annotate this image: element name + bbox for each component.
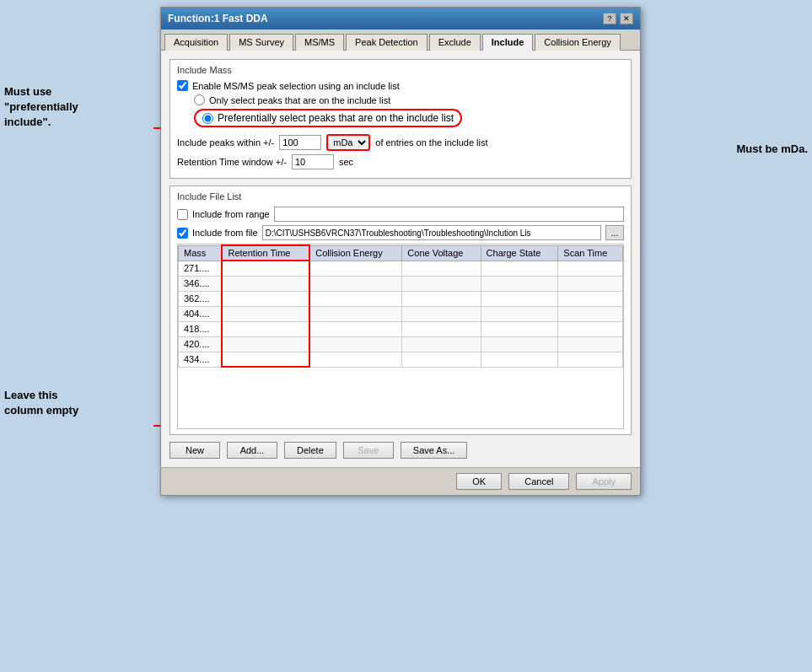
include-table: Mass Retention Time Collision Energy Con…: [178, 245, 623, 368]
include-mass-title: Include Mass: [177, 65, 624, 75]
cancel-button[interactable]: Cancel: [508, 473, 569, 490]
table-row[interactable]: 420....: [179, 336, 623, 352]
ok-button[interactable]: OK: [456, 473, 502, 490]
col-collision-energy: Collision Energy: [309, 245, 402, 261]
table-scroll-area: Mass Retention Time Collision Energy Con…: [177, 244, 624, 429]
col-cone-voltage: Cone Voltage: [402, 245, 481, 261]
new-button[interactable]: New: [169, 442, 220, 459]
title-bar-controls: ? ✕: [603, 13, 633, 24]
retention-time-row: Retention Time window +/- sec: [177, 154, 624, 169]
col-scan-time: Scan Time: [558, 245, 623, 261]
file-checkbox[interactable]: [177, 228, 188, 239]
table-row[interactable]: 362....: [179, 291, 623, 306]
tab-exclude[interactable]: Exclude: [429, 34, 481, 51]
annotation-must-use: Must use"preferentiallyinclude".: [4, 84, 152, 131]
only-select-row: Only select peaks that are on the includ…: [194, 94, 624, 105]
tab-msms[interactable]: MS/MS: [295, 34, 344, 51]
title-bar: Function:1 Fast DDA ? ✕: [161, 8, 640, 30]
tab-ms-survey[interactable]: MS Survey: [229, 34, 293, 51]
delete-button[interactable]: Delete: [284, 442, 336, 459]
range-label: Include from range: [192, 209, 270, 219]
annotation-must-be-mda: Must be mDa.: [736, 142, 808, 157]
dialog-title: Function:1 Fast DDA: [168, 13, 268, 24]
browse-button[interactable]: ...: [605, 225, 624, 240]
tab-peak-detection[interactable]: Peak Detection: [346, 34, 428, 51]
col-charge-state: Charge State: [481, 245, 558, 261]
include-file-list-section: Include File List Include from range Inc…: [169, 185, 632, 435]
save-button[interactable]: Save: [343, 442, 394, 459]
table-row[interactable]: 271....: [179, 261, 623, 276]
table-row[interactable]: 434....: [179, 352, 623, 367]
enable-label: Enable MS/MS peak selection using an inc…: [192, 81, 400, 91]
apply-button[interactable]: Apply: [576, 473, 632, 490]
file-label: Include from file: [192, 228, 258, 238]
tab-include[interactable]: Include: [482, 34, 534, 51]
col-mass: Mass: [179, 245, 223, 261]
col-retention-time: Retention Time: [222, 245, 309, 261]
include-peaks-input[interactable]: [279, 135, 321, 150]
include-file-list-title: Include File List: [177, 191, 624, 202]
tab-collision-energy[interactable]: Collision Energy: [535, 34, 620, 51]
enable-checkbox-row: Enable MS/MS peak selection using an inc…: [177, 80, 624, 91]
retention-prefix: Retention Time window +/-: [177, 157, 287, 167]
only-select-label: Only select peaks that are on the includ…: [209, 95, 390, 105]
table-row[interactable]: 418....: [179, 321, 623, 336]
close-button[interactable]: ✕: [620, 13, 633, 24]
retention-input[interactable]: [292, 154, 334, 169]
dialog-footer: OK Cancel Apply: [161, 467, 640, 495]
only-select-radio[interactable]: [194, 94, 205, 105]
help-button[interactable]: ?: [603, 13, 616, 24]
retention-unit: sec: [339, 157, 353, 167]
include-peaks-prefix: Include peaks within +/-: [177, 137, 274, 148]
pref-highlight-box: Preferentially select peaks that are on …: [194, 109, 462, 127]
add-button[interactable]: Add...: [227, 442, 277, 459]
enable-checkbox[interactable]: [177, 80, 188, 91]
pref-select-row: Preferentially select peaks that are on …: [194, 109, 624, 127]
annotation-leave-empty: Leave thiscolumn empty: [4, 388, 148, 418]
pref-select-radio[interactable]: [202, 113, 213, 124]
table-row[interactable]: 346....: [179, 276, 623, 291]
range-input[interactable]: [274, 207, 624, 222]
include-range-row: Include from range: [177, 207, 624, 222]
mda-select[interactable]: mDa ppm: [326, 134, 370, 151]
table-row[interactable]: 404....: [179, 306, 623, 321]
pref-select-label: Preferentially select peaks that are on …: [218, 112, 454, 124]
include-peaks-suffix: of entries on the include list: [375, 137, 487, 148]
range-checkbox[interactable]: [177, 209, 188, 220]
tab-acquisition[interactable]: Acquisition: [164, 34, 228, 51]
include-peaks-row: Include peaks within +/- mDa ppm of entr…: [177, 134, 624, 151]
include-file-row: Include from file ...: [177, 225, 624, 240]
bottom-buttons: New Add... Delete Save Save As...: [169, 442, 632, 459]
main-dialog: Function:1 Fast DDA ? ✕ Acquisition MS S…: [160, 7, 641, 496]
save-as-button[interactable]: Save As...: [401, 442, 468, 459]
include-mass-section: Include Mass Enable MS/MS peak selection…: [169, 59, 632, 179]
file-path-input[interactable]: [262, 225, 601, 240]
tab-strip: Acquisition MS Survey MS/MS Peak Detecti…: [161, 30, 640, 51]
content-area: Include Mass Enable MS/MS peak selection…: [161, 51, 640, 467]
